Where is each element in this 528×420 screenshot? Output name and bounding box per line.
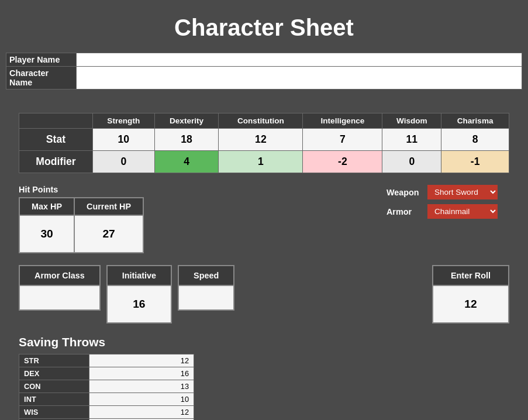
stats-table: Strength Dexterity Constitution Intellig… [19, 113, 509, 173]
mod-intelligence: -2 [303, 151, 382, 173]
page-title: Character Sheet [6, 6, 522, 53]
initiative-value: 16 [107, 285, 171, 323]
mod-dexterity: 4 [154, 151, 219, 173]
weapon-select[interactable]: Short Sword Longsword Dagger Axe [427, 185, 498, 199]
saving-throw-label: INT [19, 393, 89, 406]
speed-header: Speed [178, 266, 234, 285]
armor-row: Armor Chainmail Leather Plate None [386, 204, 498, 219]
stat-header-dexterity: Dexterity [154, 113, 219, 129]
saving-throw-value: 13 [89, 380, 194, 393]
combat-row: Hit Points Max HP Current HP 30 27 Weapo… [19, 185, 509, 253]
current-hp-header: Current HP [74, 198, 143, 215]
saving-throw-label: WIS [19, 406, 89, 419]
player-name-value[interactable] [77, 53, 522, 67]
weapon-row: Weapon Short Sword Longsword Dagger Axe [386, 185, 498, 199]
saving-throw-label: CON [19, 380, 89, 393]
saving-throw-value: 16 [89, 367, 194, 380]
armor-label: Armor [386, 207, 422, 216]
character-name-input[interactable] [80, 74, 519, 82]
weapon-armor-section: Weapon Short Sword Longsword Dagger Axe … [386, 185, 509, 219]
player-name-input[interactable] [80, 56, 519, 64]
enter-roll-table: Enter Roll 12 [432, 265, 509, 323]
saving-throws-section: Saving Throws STR 12 DEX 16 CON 13 INT 1… [19, 335, 509, 420]
mod-constitution: 1 [219, 151, 303, 173]
saving-throw-value: 12 [89, 354, 194, 367]
hp-table: Max HP Current HP 30 27 [19, 197, 144, 253]
stat-strength: 10 [92, 129, 154, 151]
max-hp-header: Max HP [19, 198, 74, 215]
saving-throw-row: CON 13 [19, 380, 194, 393]
saving-throws-table: STR 12 DEX 16 CON 13 INT 10 WIS 12 CHA 1… [19, 354, 194, 420]
mod-wisdom: 0 [382, 151, 441, 173]
stat-header-wisdom: Wisdom [382, 113, 441, 129]
stat-charisma: 8 [441, 129, 509, 151]
weapon-label: Weapon [386, 188, 422, 197]
player-name-label: Player Name [6, 53, 77, 67]
enter-roll-value: 12 [433, 285, 509, 323]
hp-section: Hit Points Max HP Current HP 30 27 [19, 185, 144, 253]
stat-constitution: 12 [219, 129, 303, 151]
saving-throw-value: 10 [89, 393, 194, 406]
stat-row-label: Stat [19, 129, 93, 151]
mod-strength: 0 [92, 151, 154, 173]
stat-header-charisma: Charisma [441, 113, 509, 129]
initiative-table: Initiative 16 [106, 265, 172, 323]
current-hp-value: 27 [74, 215, 143, 253]
speed-table: Speed [178, 265, 234, 311]
character-name-label: Character Name [6, 67, 77, 89]
stat-intelligence: 7 [303, 129, 382, 151]
stat-header-strength: Strength [92, 113, 154, 129]
mod-charisma: -1 [441, 151, 509, 173]
armor-class-value [19, 285, 100, 310]
hp-label: Hit Points [19, 185, 144, 194]
saving-throw-label: DEX [19, 367, 89, 380]
armor-class-header: Armor Class [19, 266, 100, 285]
stat-wisdom: 11 [382, 129, 441, 151]
saving-throw-row: INT 10 [19, 393, 194, 406]
saving-throw-row: WIS 12 [19, 406, 194, 419]
armor-select[interactable]: Chainmail Leather Plate None [427, 204, 498, 219]
character-name-value[interactable] [77, 67, 522, 89]
saving-throw-row: DEX 16 [19, 367, 194, 380]
speed-value [178, 285, 234, 310]
enter-roll-header: Enter Roll [433, 266, 509, 285]
modifier-row-label: Modifier [19, 151, 93, 173]
combat-stats-row: Armor Class Initiative 16 Speed [19, 265, 509, 323]
saving-throw-row: STR 12 [19, 354, 194, 367]
stat-header-intelligence: Intelligence [303, 113, 382, 129]
saving-throw-label: STR [19, 354, 89, 367]
stat-header-constitution: Constitution [219, 113, 303, 129]
stat-dexterity: 18 [154, 129, 219, 151]
saving-throw-value: 12 [89, 406, 194, 419]
stats-section: Strength Dexterity Constitution Intellig… [19, 113, 509, 173]
player-info-table: Player Name Character Name [6, 53, 522, 89]
saving-throws-title: Saving Throws [19, 335, 509, 349]
max-hp-value: 30 [19, 215, 74, 253]
initiative-header: Initiative [107, 266, 171, 285]
armor-class-table: Armor Class [19, 265, 101, 311]
